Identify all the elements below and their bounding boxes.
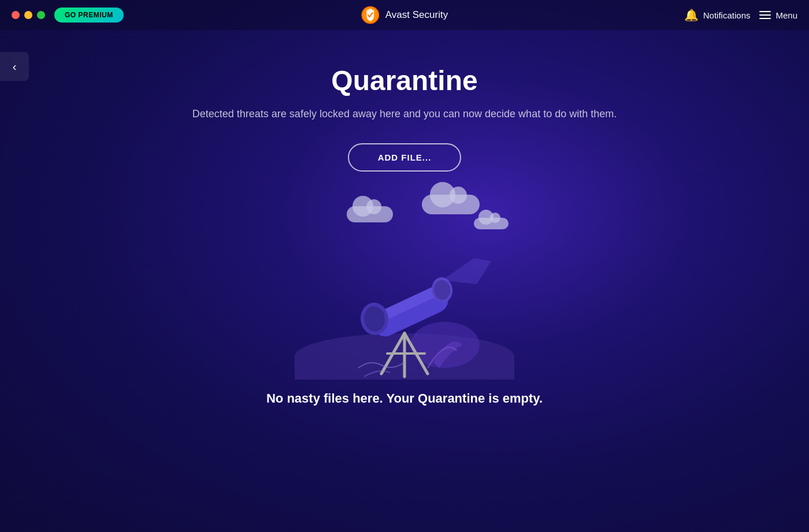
cloud-right-large-icon	[422, 195, 480, 214]
notifications-button[interactable]: 🔔 Notifications	[684, 8, 751, 22]
window-controls	[12, 11, 45, 19]
titlebar: GO PREMIUM Avast Security 🔔 Notification…	[0, 0, 809, 30]
hamburger-icon	[759, 11, 771, 19]
menu-label: Menu	[775, 10, 797, 20]
cloud-right-small-icon	[474, 218, 509, 229]
bell-icon: 🔔	[684, 8, 699, 22]
page-title: Quarantine	[331, 65, 477, 96]
menu-button[interactable]: Menu	[759, 10, 797, 20]
notifications-label: Notifications	[703, 10, 751, 20]
page-subtitle: Detected threats are safely locked away …	[192, 108, 617, 120]
minimize-button[interactable]	[24, 11, 32, 19]
add-file-button[interactable]: ADD FILE...	[348, 143, 462, 172]
avast-logo-icon	[361, 6, 380, 24]
app-window: GO PREMIUM Avast Security 🔔 Notification…	[0, 0, 809, 532]
titlebar-center: Avast Security	[361, 6, 448, 24]
main-content: Quarantine Detected threats are safely l…	[0, 30, 809, 532]
maximize-button[interactable]	[37, 11, 45, 19]
app-title: Avast Security	[385, 9, 448, 21]
titlebar-right: 🔔 Notifications Menu	[684, 8, 797, 22]
cloud-left-icon	[347, 206, 393, 222]
premium-button[interactable]: GO PREMIUM	[54, 8, 124, 23]
close-button[interactable]	[12, 11, 20, 19]
empty-message: No nasty files here. Your Quarantine is …	[266, 391, 543, 406]
telescope-icon	[312, 229, 497, 380]
illustration	[289, 195, 520, 380]
